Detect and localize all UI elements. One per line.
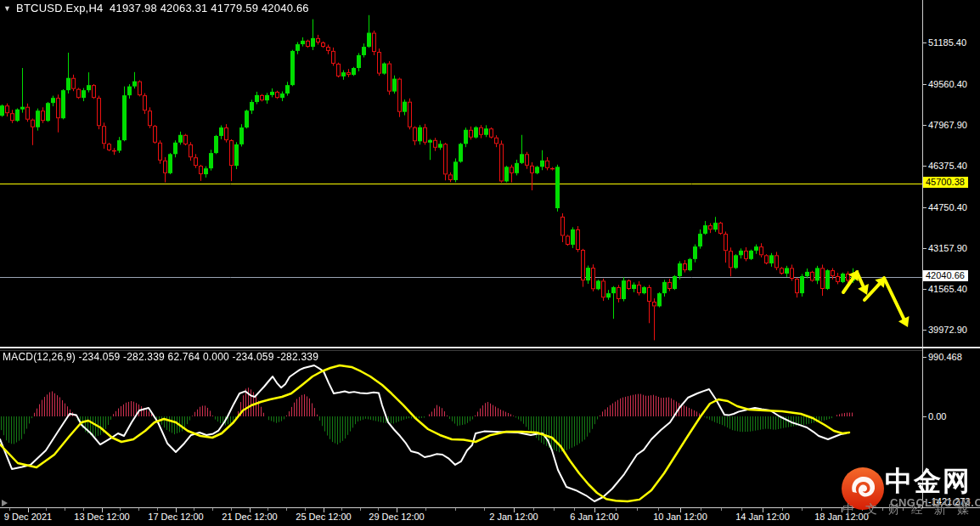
date-minor-tick [616, 508, 617, 511]
date-minor-tick [821, 508, 822, 511]
date-tick-label: 17 Dec 12:00 [148, 512, 203, 522]
price-tick-label: 49560.40 [928, 79, 967, 89]
date-minor-tick [9, 508, 10, 511]
date-minor-tick [360, 508, 361, 511]
price-tick-mark [922, 125, 926, 126]
time-axis[interactable]: 9 Dec 202113 Dec 12:0017 Dec 12:0021 Dec… [0, 508, 980, 526]
date-minor-tick [138, 508, 139, 511]
date-minor-tick [212, 508, 213, 511]
symbol-label: BTCUSD.Exp,H4 [16, 2, 103, 14]
mt4-chart-window: ▼BTCUSD.Exp,H4 41937.98 42063.31 41779.5… [0, 0, 980, 526]
date-minor-tick [378, 508, 379, 511]
date-minor-tick [554, 508, 555, 511]
price-tick-label: 47967.90 [928, 120, 967, 130]
date-minor-tick [721, 508, 722, 511]
price-tick-label: 46375.40 [928, 161, 967, 171]
symbol-dropdown-icon[interactable]: ▼ [3, 4, 11, 13]
date-minor-tick [574, 508, 575, 511]
trend-arrows-annotation[interactable] [836, 263, 917, 336]
macd-name: MACD(12,26,9) [3, 351, 76, 363]
price-tick-mark [922, 289, 926, 290]
cngold-logo-text: 中金网 [885, 466, 972, 496]
date-minor-tick [120, 508, 121, 511]
date-minor-tick [194, 508, 194, 511]
price-tick-mark [922, 330, 926, 331]
date-tick-label: 6 Jan 12:00 [570, 512, 619, 522]
date-tick-label: 21 Dec 12:00 [222, 512, 277, 522]
price-tick-label: 41565.40 [928, 284, 967, 294]
date-minor-tick [231, 508, 232, 511]
macd-values: -234.059 -282.339 62.764 0.000 -234.059 … [79, 351, 319, 363]
date-minor-tick [286, 508, 287, 511]
price-tick-label: 51185.40 [928, 37, 966, 48]
price-chart-canvas[interactable] [0, 0, 922, 344]
date-minor-tick [305, 508, 306, 511]
watermark-text: 中文财经新媒体 [842, 502, 980, 518]
date-minor-tick [484, 508, 485, 511]
price-tick-mark [922, 42, 926, 43]
chart-shift-icon[interactable] [2, 500, 8, 506]
date-tick-label: 10 Jan 12:00 [653, 512, 707, 522]
date-minor-tick [802, 508, 803, 511]
price-tick-label: 39972.90 [928, 325, 967, 335]
macd-tick-label: 990.468 [928, 352, 962, 362]
date-minor-tick [658, 508, 659, 511]
date-tick-label: 9 Dec 2021 [4, 512, 52, 522]
date-tick-label: 14 Jan 12:00 [735, 512, 790, 522]
date-tick-label: 29 Dec 12:00 [369, 512, 424, 522]
date-minor-tick [425, 508, 426, 511]
date-tick-label: 2 Jan 12:00 [489, 512, 538, 522]
macd-indicator-label: MACD(12,26,9) -234.059 -282.339 62.764 0… [3, 351, 318, 363]
symbol-quote-line: ▼BTCUSD.Exp,H4 41937.98 42063.31 41779.5… [3, 2, 309, 14]
panel-separator[interactable] [0, 347, 980, 348]
macd-tick-label: 0.00 [928, 411, 946, 421]
date-minor-tick [65, 508, 65, 511]
price-axis[interactable]: 51185.4049560.4047967.9046375.4044750.40… [923, 0, 980, 507]
price-tick-mark [922, 248, 926, 249]
bid-price-tag: 42040.66 [923, 270, 968, 281]
macd-indicator-canvas[interactable] [0, 353, 922, 507]
macd-tick-mark [922, 416, 926, 417]
price-tick-label: 43157.90 [928, 243, 967, 253]
price-tick-label: 44750.40 [928, 202, 967, 212]
date-minor-tick [782, 508, 783, 511]
date-minor-tick [533, 508, 534, 511]
macd-tick-mark [922, 357, 926, 358]
date-minor-tick [701, 508, 701, 511]
date-minor-tick [83, 508, 84, 511]
quote-ohlc-values: 41937.98 42063.31 41779.59 42040.66 [110, 2, 309, 14]
price-tick-mark [922, 84, 926, 85]
resistance-level-tag: 45700.38 [923, 177, 968, 188]
price-tick-mark [922, 207, 926, 208]
date-tick-label: 13 Dec 12:00 [74, 512, 129, 522]
date-tick-label: 25 Dec 12:00 [296, 512, 351, 522]
date-minor-tick [741, 508, 742, 511]
date-minor-tick [46, 508, 47, 511]
date-minor-tick [637, 508, 638, 511]
date-minor-tick [268, 508, 268, 511]
date-minor-tick [455, 508, 456, 511]
price-tick-mark [922, 166, 926, 167]
date-minor-tick [157, 508, 158, 511]
date-minor-tick [341, 508, 342, 511]
